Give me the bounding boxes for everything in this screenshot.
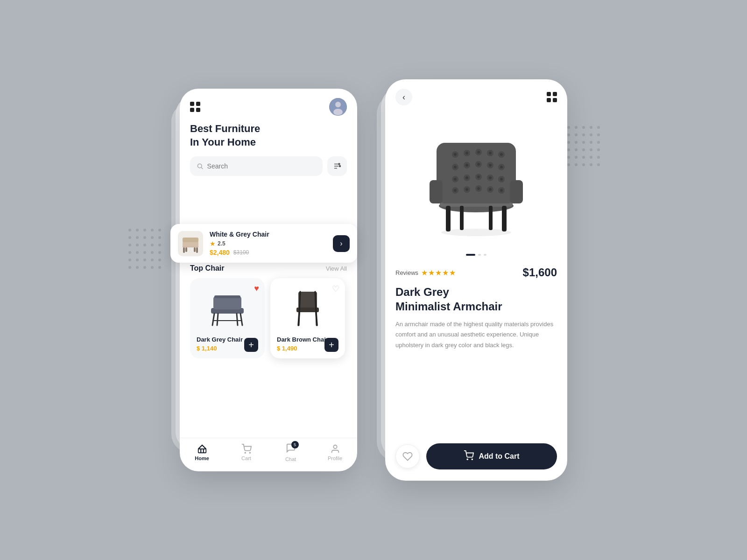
right-phone-main: ‹ [385,79,567,481]
image-indicator [385,250,567,259]
page-title: Best Furniture In Your Home [190,122,347,149]
svg-point-69 [489,176,492,179]
product-card-2: ♡ [270,278,345,358]
svg-rect-82 [430,180,443,203]
top-section-header: Top Chair View All [190,264,347,273]
product-title: Dark Grey Minimalist Armchair [395,285,557,314]
svg-rect-22 [213,296,241,309]
svg-rect-6 [194,247,196,252]
rating-stars: ★★★★★ [421,268,456,277]
svg-point-9 [333,109,343,115]
right-product-content: Reviews ★★★★★ $1,600 Dark Grey Minimalis… [385,259,567,443]
reviews-left: Reviews ★★★★★ [395,268,456,277]
svg-line-26 [217,314,218,325]
armchair-hero-svg [411,115,542,245]
search-input[interactable] [207,162,316,170]
svg-point-79 [489,188,492,191]
favorite-icon-2[interactable]: ♡ [332,284,339,294]
svg-point-90 [472,459,473,460]
filter-button[interactable] [327,156,347,176]
search-box[interactable] [190,156,323,176]
top-section-title: Top Chair [190,264,224,273]
product-card-1: ♥ [190,278,265,358]
featured-name: White & Grey Chair [210,231,326,238]
product-grid: ♥ [190,278,347,358]
indicator-dot-2 [478,254,481,256]
chat-badge: 5 [291,441,299,448]
search-icon [197,162,204,170]
home-icon [197,444,207,454]
svg-point-37 [249,452,250,453]
svg-point-55 [465,164,468,167]
heart-outline-icon [402,451,413,462]
filter-icon [333,162,341,170]
add-to-cart-button-2[interactable]: + [324,338,338,352]
chat-badge-wrap: 5 [286,443,296,455]
featured-arrow-button[interactable]: › [333,235,350,252]
product-image-1 [197,285,258,331]
product-hero-image [385,110,567,250]
svg-point-16 [339,166,341,167]
svg-rect-86 [460,206,464,230]
svg-rect-29 [298,292,317,309]
view-all-link[interactable]: View All [326,265,347,272]
avatar[interactable] [329,98,347,116]
svg-rect-2 [183,238,198,242]
svg-point-63 [454,178,457,181]
product-image-2 [277,285,338,331]
dots-decoration-left [128,229,161,269]
wishlist-button[interactable] [395,444,420,469]
svg-rect-35 [198,449,206,453]
svg-line-11 [201,168,203,169]
product-price-detail: $1,600 [523,266,557,279]
product-description: An armchair made of the highest quality … [395,319,557,350]
right-menu-icon[interactable] [547,92,557,102]
back-button[interactable]: ‹ [395,89,412,105]
nav-item-home[interactable]: Home [190,444,214,461]
nav-label-home: Home [195,455,209,461]
left-phone-main: Best Furniture In Your Home [180,89,357,471]
cart-icon [241,444,252,454]
svg-point-81 [500,189,503,192]
dots-decoration-right [567,126,600,166]
cart-btn-icon [464,450,474,461]
svg-point-10 [197,164,202,168]
svg-line-25 [240,314,242,325]
svg-point-67 [477,175,480,178]
reviews-price-row: Reviews ★★★★★ $1,600 [395,266,557,279]
svg-point-51 [500,153,503,156]
svg-point-75 [465,188,468,191]
featured-price-row: $2,480 $3100 [210,249,326,256]
svg-point-77 [477,187,480,190]
add-to-cart-button[interactable]: Add to Cart [426,443,557,469]
svg-point-88 [441,229,511,236]
dark-brown-chair-svg [289,287,326,329]
profile-icon [330,444,340,454]
title-block: Best Furniture In Your Home [190,122,347,149]
favorite-icon-1[interactable]: ♥ [254,284,259,294]
svg-rect-84 [446,206,451,231]
menu-icon[interactable] [190,102,200,112]
svg-rect-3 [183,247,185,253]
svg-rect-85 [502,206,507,231]
nav-item-cart[interactable]: Cart [235,444,258,461]
svg-point-36 [245,452,246,453]
svg-point-71 [500,178,503,181]
nav-item-profile[interactable]: Profile [324,444,347,461]
add-to-cart-button-1[interactable]: + [244,338,258,352]
svg-rect-23 [214,295,240,298]
svg-point-61 [500,166,503,168]
svg-rect-4 [196,247,198,253]
svg-rect-5 [185,247,187,252]
svg-point-73 [454,189,457,192]
svg-point-15 [338,163,340,165]
nav-label-profile: Profile [328,455,342,461]
svg-point-57 [477,163,480,166]
featured-chair-image [178,231,203,256]
svg-point-8 [335,102,341,107]
left-header-row [190,98,347,116]
left-phone-stack: White & Grey Chair ★ 2.5 $2,480 $3100 › [180,89,357,471]
bottom-nav: Home Cart 5 Chat [180,438,357,471]
nav-item-chat[interactable]: 5 Chat [279,443,303,462]
nav-label-cart: Cart [241,455,251,461]
